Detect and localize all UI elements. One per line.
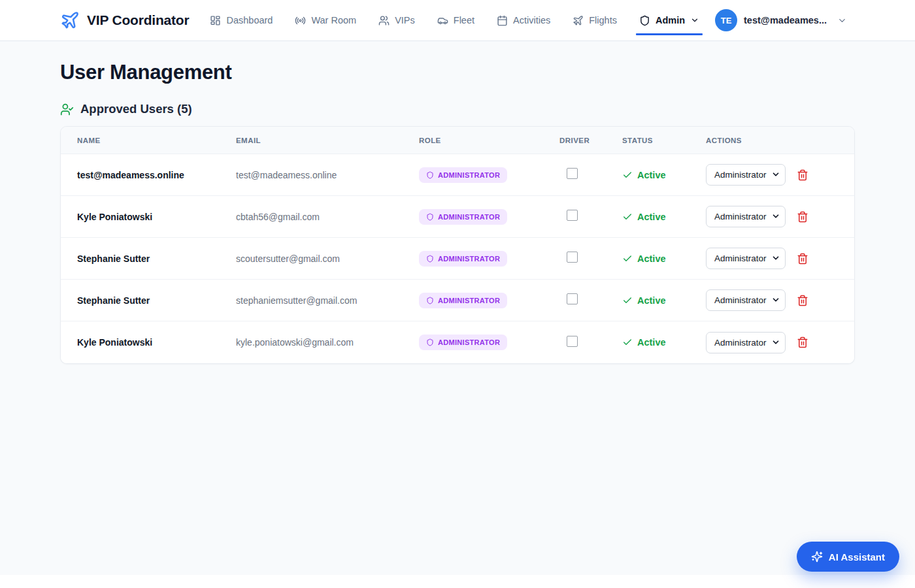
- column-header-role: ROLE: [419, 137, 559, 144]
- shield-icon: [426, 338, 434, 346]
- status-label: Active: [637, 337, 666, 348]
- role-badge: ADMINISTRATOR: [419, 167, 507, 183]
- nav-label: Fleet: [454, 15, 474, 25]
- trash-icon: [797, 253, 808, 265]
- delete-user-button[interactable]: [797, 211, 808, 223]
- driver-checkbox[interactable]: [567, 293, 578, 304]
- role-select[interactable]: Administrator: [706, 289, 786, 311]
- role-select[interactable]: Administrator: [706, 248, 786, 269]
- brand-name: VIP Coordinator: [87, 12, 189, 28]
- shield-icon: [426, 213, 434, 221]
- plane-icon: [573, 15, 584, 26]
- table-header-row: NAME EMAIL ROLE DRIVER STATUS ACTIONS: [61, 127, 854, 154]
- role-select-wrap: Administrator: [706, 289, 786, 311]
- status-badge: Active: [622, 337, 706, 348]
- main-nav: Dashboard War Room VIPs Fleet Activities…: [208, 11, 701, 30]
- delete-user-button[interactable]: [797, 169, 808, 181]
- trash-icon: [797, 295, 808, 306]
- driver-checkbox[interactable]: [567, 210, 578, 221]
- nav-label: VIPs: [395, 15, 415, 25]
- section-title: Approved Users (5): [80, 102, 192, 116]
- main-content: User Management Approved Users (5) NAME …: [0, 41, 915, 575]
- user-name: Kyle Poniatowski: [77, 212, 236, 222]
- role-badge: ADMINISTRATOR: [419, 209, 507, 225]
- user-email: cbtah56@gmail.com: [236, 212, 419, 222]
- status-badge: Active: [622, 170, 706, 180]
- shield-icon: [426, 171, 434, 179]
- users-icon: [378, 15, 390, 26]
- user-menu[interactable]: TE test@madeames...: [715, 9, 847, 31]
- trash-icon: [797, 169, 808, 181]
- role-select[interactable]: Administrator: [706, 164, 786, 186]
- status-badge: Active: [622, 253, 706, 264]
- user-email: scoutersutter@gmail.com: [236, 253, 419, 264]
- driver-checkbox[interactable]: [567, 168, 578, 179]
- delete-user-button[interactable]: [797, 295, 808, 306]
- role-select-wrap: Administrator: [706, 332, 786, 353]
- column-header-driver: DRIVER: [559, 137, 622, 144]
- approved-users-table: NAME EMAIL ROLE DRIVER STATUS ACTIONS te…: [60, 126, 855, 364]
- shield-icon: [639, 15, 650, 26]
- check-icon: [622, 212, 633, 222]
- table-row: test@madeamess.online test@madeamess.onl…: [61, 154, 854, 196]
- table-row: Stephanie Sutter scoutersutter@gmail.com…: [61, 238, 854, 280]
- check-icon: [622, 337, 633, 348]
- user-name: Stephanie Sutter: [77, 253, 236, 264]
- user-email-label: test@madeames...: [744, 15, 827, 25]
- nav-item-fleet[interactable]: Fleet: [436, 11, 476, 30]
- delete-user-button[interactable]: [797, 253, 808, 265]
- status-badge: Active: [622, 295, 706, 306]
- role-badge: ADMINISTRATOR: [419, 251, 507, 267]
- table-row: Kyle Poniatowski kyle.poniatowski@gmail.…: [61, 321, 854, 363]
- chevron-down-icon: [837, 16, 847, 25]
- status-label: Active: [637, 295, 666, 306]
- avatar: TE: [715, 9, 737, 31]
- user-email: test@madeamess.online: [236, 170, 419, 180]
- nav-item-admin[interactable]: Admin: [638, 11, 701, 30]
- user-check-icon: [60, 103, 74, 116]
- role-badge-label: ADMINISTRATOR: [438, 171, 500, 179]
- role-select-wrap: Administrator: [706, 206, 786, 227]
- role-badge: ADMINISTRATOR: [419, 293, 507, 308]
- role-badge-label: ADMINISTRATOR: [438, 297, 500, 304]
- trash-icon: [797, 211, 808, 223]
- chevron-down-icon: [690, 16, 699, 25]
- role-badge: ADMINISTRATOR: [419, 335, 507, 350]
- role-select[interactable]: Administrator: [706, 206, 786, 227]
- nav-label: Flights: [589, 15, 617, 25]
- user-name: test@madeamess.online: [77, 170, 236, 180]
- driver-checkbox[interactable]: [567, 252, 578, 263]
- role-badge-label: ADMINISTRATOR: [438, 338, 500, 346]
- user-name: Kyle Poniatowski: [77, 337, 236, 348]
- page-title: User Management: [60, 61, 855, 84]
- nav-item-war-room[interactable]: War Room: [293, 11, 358, 30]
- ai-assistant-button[interactable]: AI Assistant: [797, 542, 899, 572]
- nav-item-vips[interactable]: VIPs: [377, 11, 416, 30]
- bottom-strip: [0, 575, 915, 588]
- user-name: Stephanie Sutter: [77, 295, 236, 306]
- ai-assistant-label: AI Assistant: [829, 551, 885, 563]
- check-icon: [622, 170, 633, 180]
- table-row: Kyle Poniatowski cbtah56@gmail.com ADMIN…: [61, 196, 854, 238]
- status-label: Active: [637, 212, 666, 222]
- section-header: Approved Users (5): [60, 102, 855, 116]
- driver-checkbox[interactable]: [567, 336, 578, 347]
- nav-label: Activities: [513, 15, 550, 25]
- nav-item-flights[interactable]: Flights: [571, 11, 618, 30]
- sparkles-icon: [811, 551, 823, 563]
- delete-user-button[interactable]: [797, 336, 808, 348]
- user-email: kyle.poniatowski@gmail.com: [236, 337, 419, 348]
- top-nav-bar: VIP Coordinator Dashboard War Room VIPs …: [0, 0, 915, 41]
- role-select-wrap: Administrator: [706, 164, 786, 186]
- nav-label: Dashboard: [226, 15, 273, 25]
- nav-item-dashboard[interactable]: Dashboard: [208, 11, 274, 30]
- shield-icon: [426, 255, 434, 263]
- status-label: Active: [637, 253, 666, 264]
- table-row: Stephanie Sutter stephaniemsutter@gmail.…: [61, 280, 854, 321]
- nav-item-activities[interactable]: Activities: [495, 11, 552, 30]
- role-select[interactable]: Administrator: [706, 332, 786, 353]
- plane-logo-icon: [60, 10, 80, 30]
- brand: VIP Coordinator: [60, 10, 189, 30]
- check-icon: [622, 253, 633, 264]
- nav-label: Admin: [656, 15, 685, 25]
